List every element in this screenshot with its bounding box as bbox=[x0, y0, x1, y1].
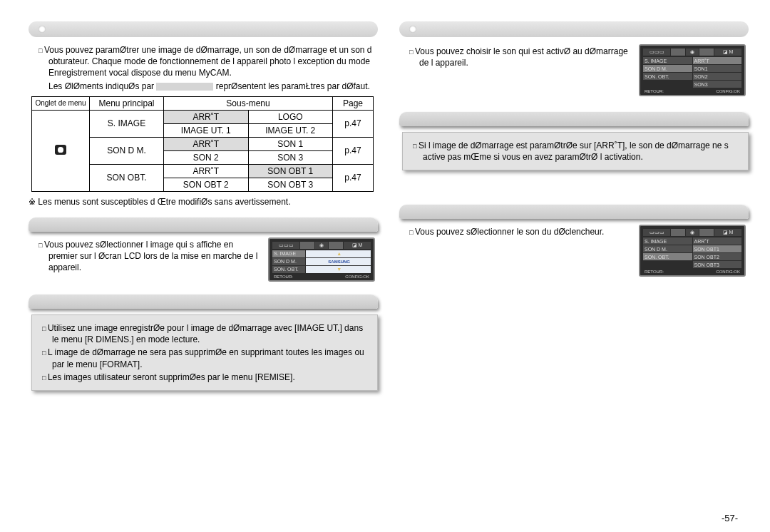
lcd-foot-right: CONFIG:OK bbox=[716, 270, 740, 274]
sub-cell: IMAGE UT. 1 bbox=[164, 123, 249, 137]
lcd-tab-icon: ▭▭▭ bbox=[272, 242, 299, 249]
sub-cell: ARR˚T bbox=[164, 137, 249, 150]
sound-start-text: Vous pouvez choisir le son qui est activ… bbox=[419, 46, 633, 68]
lcd-tab-icon bbox=[671, 229, 685, 236]
main-simage: S. IMAGE bbox=[90, 110, 164, 137]
pill-header-right bbox=[399, 21, 749, 37]
lcd-tab-icon: ◪ M bbox=[714, 48, 741, 56]
sub-cell: ARR˚T bbox=[164, 164, 249, 178]
lcd-preview-sound: ▭▭▭ ◉ ◪ M S. IMAGEARR˚T SON D M.SON1 SON… bbox=[639, 44, 746, 96]
th-tab: Onglet de menu bbox=[32, 96, 90, 110]
infobox-line: Utilisez une image enregistrØe pour l im… bbox=[52, 322, 370, 345]
lcd-tab-icon: ▭▭▭ bbox=[643, 229, 670, 236]
lcd-item: ARR˚T bbox=[693, 57, 742, 64]
lcd-item: SON3 bbox=[693, 81, 742, 88]
lcd-item: SON. OBT. bbox=[643, 73, 692, 80]
person-icon: ◉ bbox=[686, 48, 699, 56]
menu-table: Onglet de menu Menu principal Sous-menu … bbox=[31, 96, 374, 192]
pill-header-mycam bbox=[29, 21, 378, 37]
right-column: Vous pouvez choisir le son qui est activ… bbox=[399, 21, 749, 391]
lcd-item: SON. OBT. bbox=[272, 266, 305, 273]
person-icon bbox=[55, 145, 66, 155]
table-header-row: Onglet de menu Menu principal Sous-menu … bbox=[32, 96, 374, 110]
lcd-preview-image: ▭▭▭ ◉ ◪ M S. IMAGE ▲ SON D M. SAMSUNG SO… bbox=[268, 237, 375, 282]
sub-cell: SON 2 bbox=[164, 150, 249, 164]
lcd-tab-icon bbox=[699, 48, 714, 56]
default-note: Les ØlØments indiquØs par reprØsentent l… bbox=[48, 81, 378, 92]
lcd-foot-right: CONFIG:OK bbox=[716, 89, 740, 93]
highlight-swatch bbox=[156, 83, 213, 91]
lcd-foot-left: RETOUR: bbox=[645, 270, 664, 274]
info-box-left: Utilisez une image enregistrØe pour l im… bbox=[31, 314, 378, 391]
lcd-tab-icon bbox=[329, 242, 343, 249]
info-box-right: Si l image de dØmarrage est paramØtrØe s… bbox=[402, 132, 749, 170]
default-note-after: reprØsentent les paramŁtres par dØfaut. bbox=[216, 81, 370, 91]
lcd-tab-icon bbox=[671, 48, 685, 56]
lcd-item: SON1 bbox=[693, 65, 742, 72]
person-icon: ◉ bbox=[315, 242, 328, 249]
left-column: Vous pouvez paramØtrer une image de dØma… bbox=[29, 21, 378, 391]
lcd-tab-icon: ◪ M bbox=[344, 242, 371, 249]
sub-cell: ARR˚T bbox=[164, 110, 249, 123]
lcd-tab-icon bbox=[300, 242, 314, 249]
lcd-item: SON D M. bbox=[272, 258, 305, 265]
page-cell: p.47 bbox=[333, 110, 374, 137]
lcd-foot-left: RETOUR: bbox=[274, 275, 293, 279]
lcd-tab-icon: ◪ M bbox=[714, 229, 741, 236]
sub-cell: IMAGE UT. 2 bbox=[248, 123, 333, 137]
main-sondm: SON D M. bbox=[90, 137, 164, 164]
sub-cell: LOGO bbox=[248, 110, 333, 123]
sub-cell: SON OBT 3 bbox=[248, 178, 333, 191]
lcd-item: SON OBT2 bbox=[693, 253, 742, 260]
lcd-foot-left: RETOUR: bbox=[645, 89, 664, 93]
lcd-item: S. IMAGE bbox=[272, 250, 305, 257]
sub-pill-info bbox=[29, 295, 378, 309]
lcd-item: SON D M. bbox=[643, 65, 692, 72]
lcd-item: S. IMAGE bbox=[643, 237, 692, 245]
main-sonobt: SON OBT. bbox=[90, 164, 164, 191]
sub-pill-shutter bbox=[399, 205, 749, 219]
modification-note: ※ Les menus sont susceptibles d Œtre mod… bbox=[38, 196, 378, 208]
lcd-tab-icon bbox=[699, 229, 714, 236]
lcd-item: SON D M. bbox=[643, 245, 692, 252]
samsung-logo: SAMSUNG bbox=[306, 258, 371, 265]
sub-cell: SON OBT 2 bbox=[164, 178, 249, 191]
image-section-text: Vous pouvez sØlectionner l image qui s a… bbox=[48, 239, 262, 274]
th-sub: Sous-menu bbox=[164, 96, 333, 110]
lcd-logo-area: ▼ bbox=[306, 266, 371, 273]
page-cell: p.47 bbox=[333, 164, 374, 191]
lcd-preview-shutter: ▭▭▭ ◉ ◪ M S. IMAGEARR˚T SON D M.SON OBT1… bbox=[639, 225, 746, 277]
lcd-item: SON2 bbox=[693, 73, 742, 80]
intro-paragraph: Vous pouvez paramØtrer une image de dØma… bbox=[48, 44, 378, 79]
lcd-item: SON OBT1 bbox=[693, 245, 742, 252]
sub-cell: SON 1 bbox=[248, 137, 333, 150]
th-page: Page bbox=[333, 96, 374, 110]
default-note-before: Les ØlØments indiquØs par bbox=[48, 81, 154, 91]
th-main: Menu principal bbox=[90, 96, 164, 110]
lcd-logo-area: ▲ bbox=[306, 250, 371, 257]
lcd-item: ARR˚T bbox=[693, 237, 742, 245]
table-row: S. IMAGE ARR˚T LOGO p.47 bbox=[32, 110, 374, 123]
infobox-line: Les images utilisateur seront supprimØes… bbox=[52, 372, 370, 383]
sub-cell: SON OBT 1 bbox=[248, 164, 333, 178]
sub-pill-image bbox=[29, 218, 378, 232]
shutter-text: Vous pouvez sØlectionner le son du dØcle… bbox=[419, 226, 633, 237]
lcd-item: S. IMAGE bbox=[643, 57, 692, 64]
lcd-item: SON OBT3 bbox=[693, 261, 742, 268]
lcd-tab-icon: ▭▭▭ bbox=[643, 48, 670, 56]
tab-icon-cell bbox=[32, 110, 90, 191]
page-cell: p.47 bbox=[333, 137, 374, 164]
lcd-foot-right: CONFIG:OK bbox=[345, 275, 369, 279]
lcd-item: SON. OBT. bbox=[643, 253, 692, 260]
person-icon: ◉ bbox=[686, 229, 699, 236]
page-number: -57- bbox=[722, 513, 738, 523]
infobox-line: L image de dØmarrage ne sera pas supprim… bbox=[52, 347, 370, 369]
infobox-line: Si l image de dØmarrage est paramØtrØe s… bbox=[423, 140, 741, 163]
sub-pill-info-right bbox=[399, 112, 749, 126]
sub-cell: SON 3 bbox=[248, 150, 333, 164]
